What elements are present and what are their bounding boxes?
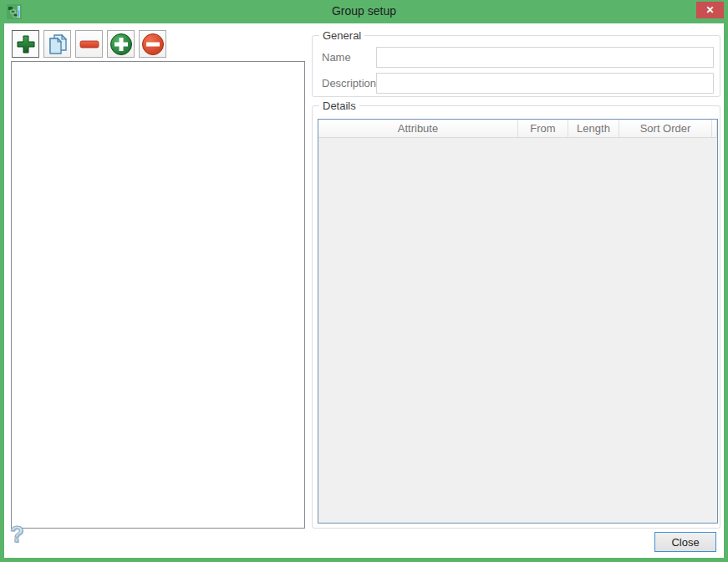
copy-icon — [47, 33, 69, 55]
group-setup-window: Group setup ✕ — [0, 0, 728, 562]
column-header-sort-order[interactable]: Sort Order — [619, 120, 712, 137]
description-label: Description — [322, 77, 376, 89]
titlebar: Group setup ✕ — [0, 0, 728, 23]
group-list[interactable] — [11, 61, 305, 529]
column-header-length[interactable]: Length — [568, 120, 619, 137]
red-minus-circle-icon — [141, 33, 165, 56]
green-plus-circle-icon — [109, 33, 133, 56]
name-input[interactable] — [376, 47, 714, 68]
remove-detail-button[interactable] — [139, 30, 166, 58]
window-title: Group setup — [0, 0, 728, 23]
add-detail-button[interactable] — [107, 30, 135, 58]
details-groupbox: Details Attribute From Length Sort Order — [312, 105, 720, 529]
red-minus-icon — [79, 33, 100, 55]
general-legend: General — [319, 29, 364, 42]
description-input[interactable] — [376, 73, 714, 94]
add-group-button[interactable] — [12, 30, 39, 58]
general-groupbox: General Name Description — [312, 35, 720, 97]
green-plus-icon — [16, 34, 36, 54]
toolbar — [12, 30, 166, 58]
dialog-content: ? General Name Description Details Attri… — [4, 23, 724, 558]
details-legend: Details — [319, 100, 359, 112]
column-header-from[interactable]: From — [518, 120, 568, 137]
name-label: Name — [322, 51, 351, 64]
remove-group-button[interactable] — [75, 30, 103, 58]
help-icon[interactable]: ? — [10, 522, 30, 547]
details-table[interactable]: Attribute From Length Sort Order — [318, 119, 718, 524]
copy-group-button[interactable] — [43, 30, 71, 58]
column-header-attribute[interactable]: Attribute — [318, 120, 518, 137]
details-table-header: Attribute From Length Sort Order — [318, 120, 717, 138]
details-table-body — [318, 138, 717, 524]
window-close-button[interactable]: ✕ — [696, 2, 724, 18]
close-icon: ✕ — [705, 4, 714, 16]
close-button[interactable]: Close — [654, 532, 716, 552]
column-header-filler — [712, 120, 717, 137]
